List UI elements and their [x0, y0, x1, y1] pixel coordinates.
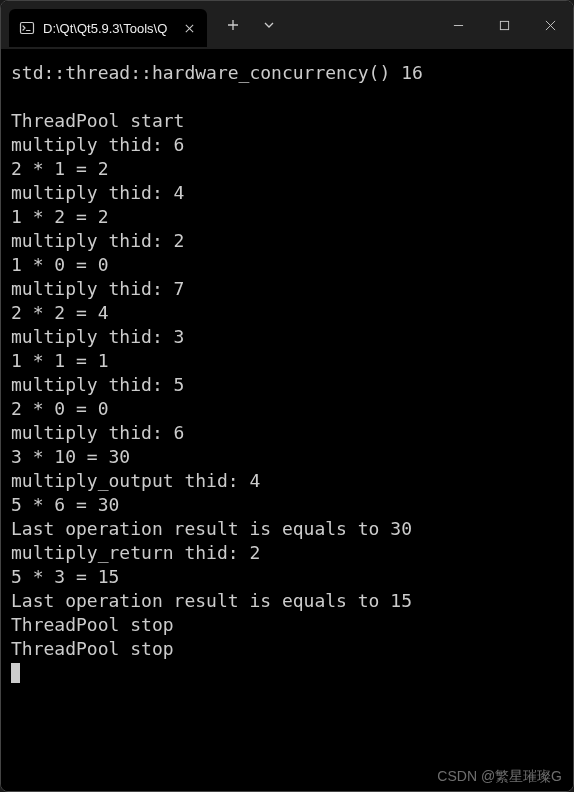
terminal-line [11, 85, 563, 109]
terminal-line: multiply thid: 7 [11, 277, 563, 301]
svg-rect-7 [500, 21, 508, 29]
terminal-line: multiply_return thid: 2 [11, 541, 563, 565]
terminal-line: ThreadPool start [11, 109, 563, 133]
cursor [11, 663, 20, 683]
terminal-line: 1 * 0 = 0 [11, 253, 563, 277]
terminal-window: D:\Qt\Qt5.9.3\Tools\Q [0, 0, 574, 792]
terminal-icon [19, 20, 35, 36]
terminal-line: Last operation result is equals to 15 [11, 589, 563, 613]
terminal-line: multiply thid: 5 [11, 373, 563, 397]
svg-rect-0 [21, 23, 34, 34]
terminal-line: Last operation result is equals to 30 [11, 517, 563, 541]
terminal-line: ThreadPool stop [11, 613, 563, 637]
active-tab[interactable]: D:\Qt\Qt5.9.3\Tools\Q [9, 9, 207, 47]
minimize-button[interactable] [435, 5, 481, 45]
titlebar-actions [215, 7, 287, 43]
tab-dropdown-button[interactable] [251, 7, 287, 43]
terminal-line: ThreadPool stop [11, 637, 563, 661]
terminal-line: 2 * 1 = 2 [11, 157, 563, 181]
tab-title: D:\Qt\Qt5.9.3\Tools\Q [43, 21, 167, 36]
terminal-line: multiply thid: 4 [11, 181, 563, 205]
terminal-line: multiply thid: 6 [11, 421, 563, 445]
terminal-line: multiply thid: 2 [11, 229, 563, 253]
terminal-line: 5 * 6 = 30 [11, 493, 563, 517]
new-tab-button[interactable] [215, 7, 251, 43]
titlebar: D:\Qt\Qt5.9.3\Tools\Q [1, 1, 573, 49]
terminal-line: 1 * 1 = 1 [11, 349, 563, 373]
terminal-line: 5 * 3 = 15 [11, 565, 563, 589]
terminal-line: 2 * 0 = 0 [11, 397, 563, 421]
terminal-line: multiply thid: 6 [11, 133, 563, 157]
tab-close-button[interactable] [181, 20, 197, 36]
close-window-button[interactable] [527, 5, 573, 45]
window-controls [435, 5, 573, 45]
terminal-line: 1 * 2 = 2 [11, 205, 563, 229]
terminal-line: multiply_output thid: 4 [11, 469, 563, 493]
terminal-line: 2 * 2 = 4 [11, 301, 563, 325]
terminal-line: 3 * 10 = 30 [11, 445, 563, 469]
terminal-output[interactable]: std::thread::hardware_concurrency() 16 T… [1, 49, 573, 791]
terminal-line: multiply thid: 3 [11, 325, 563, 349]
terminal-line: std::thread::hardware_concurrency() 16 [11, 61, 563, 85]
maximize-button[interactable] [481, 5, 527, 45]
